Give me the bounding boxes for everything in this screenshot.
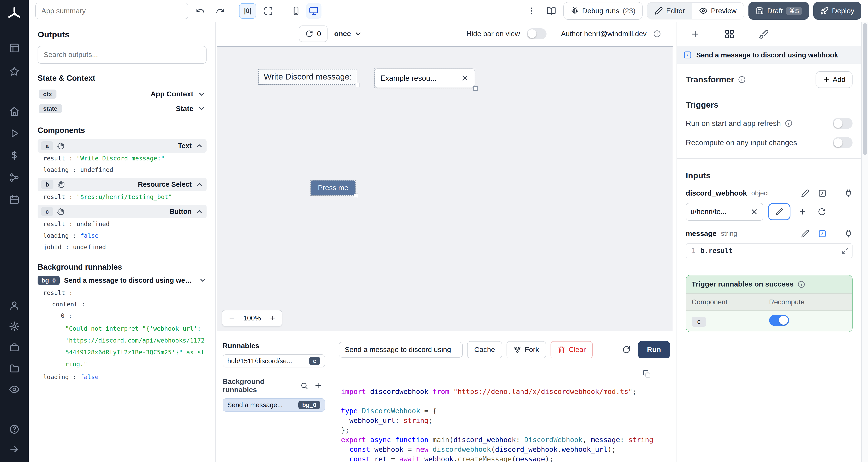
calendar-icon[interactable] [4, 194, 24, 206]
windmill-logo[interactable] [6, 6, 23, 22]
debug-runs-button[interactable]: Debug runs (23) [563, 2, 642, 20]
component-outline-toggle[interactable]: |0| [239, 3, 256, 19]
plug-icon[interactable] [844, 230, 852, 238]
folder-icon[interactable] [4, 362, 24, 375]
scrollbar-track[interactable] [861, 22, 868, 462]
text-component[interactable]: Write Discord message: [258, 69, 357, 85]
arrow-right-icon[interactable] [4, 443, 24, 455]
recompute-c-toggle[interactable] [769, 315, 789, 326]
pencil-icon[interactable] [801, 189, 809, 197]
add-transformer-button[interactable]: Add [815, 71, 852, 88]
state-row[interactable]: state State [38, 101, 207, 116]
search-icon[interactable] [300, 382, 308, 390]
copy-icon[interactable] [643, 370, 651, 378]
component-b-header[interactable]: b Resource Select [38, 178, 207, 191]
runnable-item-hub[interactable]: hub/1511/discord/se... c [223, 354, 325, 368]
cache-button[interactable]: Cache [467, 341, 502, 358]
resource-select-component[interactable]: Example resou... [374, 68, 475, 88]
chevron-down-icon[interactable] [198, 90, 206, 98]
tab-editor[interactable]: Editor [647, 3, 692, 19]
eval-code-icon[interactable] [818, 230, 827, 238]
resource-select-input[interactable]: Example resou... [374, 68, 475, 88]
chevron-up-icon[interactable] [195, 208, 203, 216]
desktop-view-icon[interactable] [306, 3, 321, 19]
resource-value-text[interactable] [690, 208, 748, 216]
search-outputs-input[interactable] [38, 46, 207, 64]
clear-icon[interactable] [750, 208, 758, 216]
docs-book-icon[interactable] [544, 3, 559, 19]
chevron-up-icon[interactable] [195, 181, 203, 189]
refresh-resource-button[interactable] [815, 205, 829, 219]
run-on-start-toggle[interactable] [833, 118, 852, 129]
edit-resource-button[interactable] [768, 203, 790, 220]
component-c-type: Button [169, 208, 192, 216]
recompute-toggle[interactable] [833, 137, 852, 148]
redo-button[interactable] [213, 3, 228, 19]
add-runnable-button[interactable] [311, 378, 325, 393]
expand-icon[interactable] [842, 247, 849, 254]
resource-value-input[interactable] [686, 203, 763, 221]
runnable-item-bg0[interactable]: Send a message... bg_0 [223, 398, 325, 411]
briefcase-icon[interactable] [4, 341, 24, 354]
fork-button[interactable]: Fork [506, 341, 546, 358]
undo-button[interactable] [193, 3, 208, 19]
refresh-icon[interactable] [619, 342, 634, 357]
field-name: discord_webhook [686, 189, 747, 197]
bg0-label: Send a message to discord using webhook [64, 276, 194, 284]
dollar-icon[interactable] [4, 150, 24, 162]
button-component[interactable]: Press me [310, 180, 356, 196]
chevron-up-icon[interactable] [195, 142, 203, 150]
draft-button[interactable]: Draft ⌘S [748, 2, 809, 20]
clear-button[interactable]: Clear [551, 341, 593, 358]
resize-handle[interactable] [473, 86, 478, 91]
bg-runnable-header[interactable]: bg_0 Send a message to discord using web… [38, 276, 207, 285]
clear-icon[interactable] [461, 74, 469, 82]
add-resource-button[interactable] [795, 205, 810, 219]
run-button[interactable]: Run [638, 341, 670, 358]
refresh-count-button[interactable]: 0 [299, 26, 328, 42]
insert-component-icon[interactable] [690, 29, 700, 39]
eval-code-icon[interactable] [818, 189, 827, 197]
resize-handle[interactable] [353, 194, 358, 198]
ctx-row[interactable]: ctx App Context [38, 87, 207, 102]
more-menu-icon[interactable] [524, 3, 539, 19]
fork-label: Fork [525, 345, 539, 354]
help-icon[interactable] [4, 423, 24, 435]
app-summary-input[interactable] [35, 3, 188, 19]
apps-icon[interactable] [4, 42, 24, 54]
chevron-down-icon[interactable] [199, 276, 207, 284]
column-recompute: Recompute [769, 298, 846, 306]
play-icon[interactable] [4, 127, 24, 139]
eye-icon[interactable] [4, 383, 24, 396]
component-settings-icon[interactable] [724, 29, 735, 39]
mobile-view-icon[interactable] [288, 3, 304, 19]
code-editor[interactable]: import discordwebhook from "https://deno… [332, 363, 677, 462]
message-expression-editor[interactable]: 1 b.result [686, 243, 852, 258]
hide-bar-toggle[interactable] [527, 28, 547, 39]
press-me-button[interactable]: Press me [311, 180, 355, 195]
component-a-header[interactable]: a Text [38, 139, 207, 153]
flows-icon[interactable] [4, 171, 24, 184]
resource-select-value: Example resou... [380, 74, 457, 82]
styling-brush-icon[interactable] [759, 29, 769, 39]
background-runnables-title: Background runnables [38, 263, 207, 271]
deploy-button[interactable]: Deploy [813, 2, 861, 20]
component-c-header[interactable]: c Button [38, 205, 207, 218]
star-icon[interactable] [4, 65, 24, 77]
resize-handle[interactable] [355, 83, 360, 87]
message-expression[interactable]: b.result [701, 247, 841, 255]
zoom-out-button[interactable]: − [222, 314, 241, 323]
app-canvas[interactable]: Write Discord message: Example resou... … [217, 46, 673, 331]
tab-preview[interactable]: Preview [692, 3, 744, 19]
fullscreen-icon[interactable] [260, 3, 276, 19]
pencil-icon[interactable] [801, 230, 809, 238]
schedule-dropdown[interactable]: once [334, 30, 362, 38]
home-icon[interactable] [4, 105, 24, 117]
scrollbar-thumb[interactable] [863, 23, 867, 155]
zoom-in-button[interactable]: + [263, 314, 282, 323]
plug-icon[interactable] [844, 189, 852, 197]
chevron-down-icon[interactable] [198, 105, 206, 113]
script-name-input[interactable]: Send a message to discord using [339, 342, 463, 358]
user-icon[interactable] [4, 299, 24, 311]
gear-icon[interactable] [4, 320, 24, 332]
